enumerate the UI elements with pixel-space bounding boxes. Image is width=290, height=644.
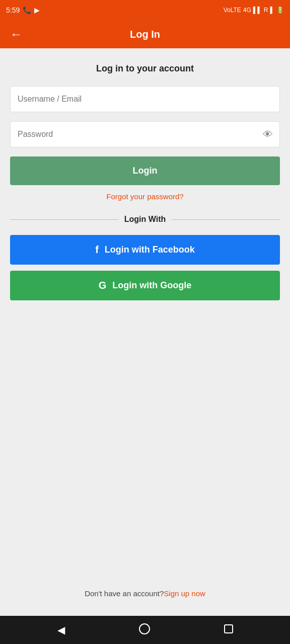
recents-nav-button[interactable] [212,620,245,640]
signup-row: Don't have an account?Sign up now [85,579,205,606]
login-with-label: Login With [124,215,166,224]
signal-icon: ▌▌ [253,7,262,14]
call-icon: 📞 [23,6,31,14]
main-content: Log in to your account 👁 Login Forgot yo… [0,48,290,616]
time-display: 5:59 [6,6,20,14]
sim-icon: ▌ [270,7,274,14]
facebook-icon: f [95,244,99,256]
media-icon: ▶ [34,6,40,14]
volte-icon: VoLTE [224,7,241,14]
form-heading: Log in to your account [96,63,194,74]
password-input[interactable] [10,121,280,147]
nav-bar: ◀ [0,616,290,644]
back-nav-button[interactable]: ◀ [45,620,77,640]
facebook-button-label: Login with Facebook [105,245,195,255]
google-icon: G [99,280,107,291]
home-nav-button[interactable] [127,619,162,641]
app-bar: ← Log In [0,20,290,48]
username-email-input[interactable] [10,86,280,112]
password-wrapper: 👁 [10,121,280,147]
no-account-text: Don't have an account? [85,589,164,598]
login-button[interactable]: Login [10,156,280,185]
roaming-icon: R [264,7,268,14]
google-login-button[interactable]: G Login with Google [10,271,280,300]
status-left: 5:59 📞 ▶ [6,6,40,14]
battery-icon: 🔋 [276,7,284,14]
divider-right [172,219,280,220]
divider-row: Login With [10,215,280,224]
recents-square-icon [224,624,233,633]
home-circle-icon [139,623,150,634]
signup-link[interactable]: Sign up now [164,589,205,598]
forgot-password-link[interactable]: Forgot your password? [106,192,183,201]
status-bar: 5:59 📞 ▶ VoLTE 4G ▌▌ R ▌ 🔋 [0,0,290,20]
google-button-label: Login with Google [112,280,191,291]
network-type: 4G [243,7,251,14]
show-password-icon[interactable]: 👁 [263,129,273,140]
page-title: Log In [130,29,160,40]
status-right: VoLTE 4G ▌▌ R ▌ 🔋 [224,7,284,14]
facebook-login-button[interactable]: f Login with Facebook [10,235,280,265]
divider-left [10,219,118,220]
back-button[interactable]: ← [8,25,24,43]
